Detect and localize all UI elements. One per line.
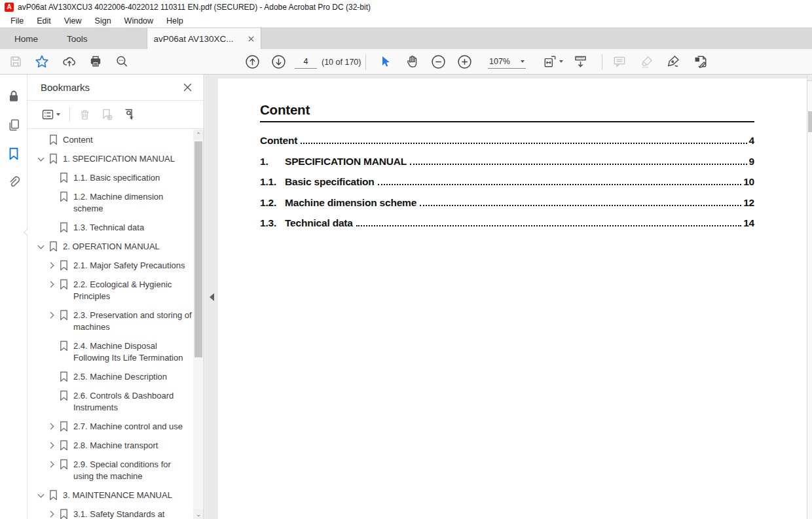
toc-label: Technical data — [285, 217, 353, 229]
bookmark-label: 1.2. Machine dimension scheme — [73, 191, 193, 215]
bookmark-item[interactable]: 2.8. Machine transport — [34, 440, 193, 452]
bookmark-item[interactable]: 1.2. Machine dimension scheme — [34, 191, 193, 215]
close-panel-icon[interactable] — [183, 83, 192, 92]
bookmark-item[interactable]: 2. OPERATION MANUAL — [34, 241, 193, 253]
print-icon[interactable] — [86, 52, 105, 71]
bookmark-expander-chevron[interactable] — [47, 391, 57, 401]
star-favorites-icon[interactable] — [33, 52, 51, 71]
menu-item[interactable]: View — [58, 16, 88, 26]
bookmark-item[interactable]: 2.4. Machine Disposal Following Its Life… — [34, 340, 193, 364]
options-menu-icon[interactable] — [39, 107, 62, 122]
new-bookmark-icon[interactable] — [99, 107, 115, 122]
zoom-out-icon[interactable] — [429, 52, 447, 71]
lock-icon[interactable] — [7, 89, 21, 103]
title-bar: A avP06at AV130XCU3 4022006-4022012 1103… — [0, 0, 812, 14]
bookmark-item[interactable]: 2.3. Preservation and storing of machine… — [34, 310, 193, 333]
search-icon[interactable] — [113, 52, 131, 71]
scrollbar-thumb[interactable] — [808, 111, 812, 132]
chevron-down-icon — [559, 60, 563, 63]
hand-tool-icon[interactable] — [403, 52, 421, 71]
document-scrollbar[interactable] — [807, 75, 812, 519]
tab-home[interactable]: Home — [0, 28, 52, 49]
bookmark-label: 3.1. Safety Standards at Lubrication and… — [73, 509, 193, 519]
bookmark-expander-chevron[interactable] — [37, 135, 46, 145]
bookmark-expander-chevron[interactable] — [47, 173, 57, 183]
bookmark-item[interactable]: 2.9. Special conditions for using the ma… — [34, 459, 193, 482]
sign-icon[interactable] — [664, 52, 682, 71]
delete-bookmark-icon[interactable] — [77, 107, 92, 122]
toc-number: 1.3. — [260, 217, 285, 229]
page-number-input[interactable] — [295, 55, 317, 69]
chevron-down-icon — [521, 60, 525, 63]
select-tool-icon[interactable] — [376, 52, 394, 71]
toc-label: Content — [260, 134, 297, 147]
tab-tools[interactable]: Tools — [52, 28, 102, 49]
close-tab-icon[interactable] — [248, 36, 254, 42]
bookmark-expander-chevron[interactable] — [47, 440, 57, 451]
bookmarks-toolbar — [28, 101, 204, 129]
bookmark-label: 2.4. Machine Disposal Following Its Life… — [73, 340, 193, 364]
scroll-up-icon[interactable] — [807, 75, 812, 81]
bookmark-expander-chevron[interactable] — [47, 421, 57, 432]
bookmark-item[interactable]: 2.7. Machine control and use — [34, 421, 193, 433]
bookmark-expander-chevron[interactable] — [37, 490, 46, 501]
share-cloud-icon[interactable] — [60, 52, 79, 71]
bookmark-expander-chevron[interactable] — [47, 223, 57, 233]
bookmark-label: 2.9. Special conditions for using the ma… — [73, 459, 193, 482]
bookmark-item[interactable]: 1.1. Basic specification — [34, 172, 193, 184]
bookmark-label: 3. MAINTENANCE MANUAL — [63, 490, 193, 501]
menu-item[interactable]: Window — [118, 16, 160, 26]
scrollbar-thumb[interactable] — [194, 141, 202, 357]
menu-item[interactable]: Edit — [30, 16, 58, 26]
zoom-level-select[interactable]: 107% — [488, 55, 526, 69]
comment-icon[interactable] — [610, 52, 629, 71]
bookmark-label: 2.8. Machine transport — [73, 440, 193, 452]
bookmark-item[interactable]: 3. MAINTENANCE MANUAL — [34, 490, 193, 501]
bookmark-label: 2. OPERATION MANUAL — [63, 241, 193, 253]
attachments-icon[interactable] — [7, 175, 21, 190]
bookmark-item[interactable]: 1. SPECIFICATION MANUAL — [34, 153, 193, 165]
bookmarks-icon[interactable] — [7, 147, 21, 161]
bookmark-expander-chevron[interactable] — [47, 372, 57, 382]
bookmark-expander-chevron[interactable] — [47, 260, 57, 271]
toolbar-divider — [69, 107, 70, 122]
bookmarks-scrollbar[interactable]: ⌃ ⌄ — [193, 130, 204, 519]
toc-row: 1.2. Machine dimension scheme 12 — [260, 196, 754, 209]
scroll-up-icon[interactable]: ⌃ — [193, 130, 204, 139]
collapse-panel-icon[interactable] — [210, 293, 214, 301]
bookmark-item[interactable]: 1.3. Technical data — [34, 222, 193, 234]
zoom-in-icon[interactable] — [455, 52, 473, 71]
bookmark-expander-chevron[interactable] — [47, 279, 57, 290]
bookmark-expander-chevron[interactable] — [47, 341, 57, 351]
bookmark-expander-chevron[interactable] — [47, 310, 57, 321]
scrolling-mode-icon[interactable] — [571, 52, 589, 71]
bookmark-expander-chevron[interactable] — [47, 192, 57, 202]
scroll-down-icon[interactable]: ⌄ — [193, 509, 204, 519]
tab-document[interactable]: avP06at AV130XC... — [147, 28, 261, 49]
highlight-icon[interactable] — [638, 52, 656, 71]
toc-row: 1.1. Basic specification 10 — [260, 175, 754, 188]
bookmark-item[interactable]: 2.5. Machine Description — [34, 371, 193, 383]
expand-current-bookmark-icon[interactable] — [121, 107, 137, 122]
bookmark-item[interactable]: 2.1. Major Safety Precautions — [34, 260, 193, 272]
bookmark-item[interactable]: Content — [34, 134, 193, 146]
bookmark-item[interactable]: 2.6. Controls & Dashboard Instruments — [34, 390, 193, 414]
save-icon[interactable] — [7, 52, 25, 71]
bookmark-expander-chevron[interactable] — [37, 154, 46, 164]
menu-item[interactable]: Sign — [88, 16, 118, 26]
menu-item[interactable]: File — [4, 16, 30, 26]
page-thumbnails-icon[interactable] — [7, 118, 21, 132]
bookmark-item[interactable]: 3.1. Safety Standards at Lubrication and… — [34, 509, 193, 519]
previous-page-icon[interactable] — [243, 52, 261, 71]
menu-item[interactable]: Help — [160, 16, 190, 26]
fill-sign-icon[interactable] — [692, 52, 710, 71]
page-fit-icon[interactable] — [540, 52, 566, 71]
bookmark-ribbon-icon — [59, 260, 69, 271]
bookmark-label: 2.3. Preservation and storing of machine… — [73, 310, 193, 333]
next-page-icon[interactable] — [269, 52, 287, 71]
bookmark-item[interactable]: 2.2. Ecological & Hygienic Principles — [34, 279, 193, 302]
bookmark-expander-chevron[interactable] — [37, 242, 46, 252]
bookmark-expander-chevron[interactable] — [47, 459, 57, 470]
bookmark-ribbon-icon — [48, 490, 58, 501]
bookmark-expander-chevron[interactable] — [47, 509, 57, 519]
